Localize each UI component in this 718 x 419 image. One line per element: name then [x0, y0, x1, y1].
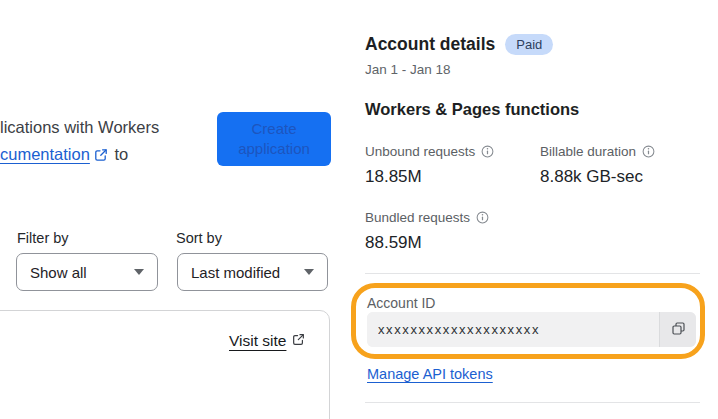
- visit-site-label: Visit site: [229, 332, 286, 350]
- visit-site-link[interactable]: Visit site: [229, 332, 305, 350]
- sort-dropdown[interactable]: Last modified: [177, 253, 328, 291]
- stat-value: 8.88k GB-sec: [540, 167, 655, 187]
- sort-by-label: Sort by: [176, 230, 222, 246]
- intro-line-1: lications with Workers: [0, 114, 159, 141]
- external-link-icon: [94, 147, 108, 165]
- intro-tail: to: [114, 145, 128, 163]
- copy-icon: [671, 321, 686, 339]
- chevron-down-icon: [134, 269, 144, 275]
- create-application-button[interactable]: Create application: [217, 112, 331, 166]
- divider: [365, 402, 700, 403]
- stat-unbound-requests: Unbound requests 18.85M: [365, 144, 494, 187]
- intro-line-2: cumentation to: [0, 141, 159, 170]
- filter-dropdown-value: Show all: [30, 264, 124, 281]
- project-card: [0, 310, 330, 419]
- external-link-icon: [292, 332, 305, 350]
- account-details-header: Account details Paid: [365, 34, 553, 55]
- stat-label: Bundled requests: [365, 210, 470, 225]
- stat-bundled-requests: Bundled requests 88.59M: [365, 210, 489, 253]
- account-id-label: Account ID: [367, 295, 435, 311]
- workers-pages-functions-title: Workers & Pages functions: [365, 100, 579, 119]
- stat-value: 88.59M: [365, 233, 489, 253]
- copy-button[interactable]: [659, 312, 696, 347]
- stat-value: 18.85M: [365, 167, 494, 187]
- account-id-field-group: [367, 312, 696, 347]
- account-id-input[interactable]: [367, 312, 659, 347]
- divider: [365, 273, 700, 274]
- account-details-title: Account details: [365, 34, 495, 55]
- filter-by-label: Filter by: [17, 230, 69, 246]
- billing-date-range: Jan 1 - Jan 18: [365, 62, 451, 77]
- stat-billable-duration: Billable duration 8.88k GB-sec: [540, 144, 655, 187]
- info-icon[interactable]: [476, 211, 489, 224]
- intro-text: lications with Workers cumentation to: [0, 114, 159, 170]
- info-icon[interactable]: [642, 145, 655, 158]
- sort-dropdown-value: Last modified: [191, 264, 294, 281]
- filter-dropdown[interactable]: Show all: [16, 253, 158, 291]
- manage-api-tokens-link[interactable]: Manage API tokens: [367, 366, 493, 382]
- stat-label: Billable duration: [540, 144, 636, 159]
- info-icon[interactable]: [481, 145, 494, 158]
- stat-label: Unbound requests: [365, 144, 475, 159]
- documentation-link[interactable]: cumentation: [0, 145, 90, 163]
- chevron-down-icon: [304, 269, 314, 275]
- paid-plan-badge: Paid: [505, 34, 553, 55]
